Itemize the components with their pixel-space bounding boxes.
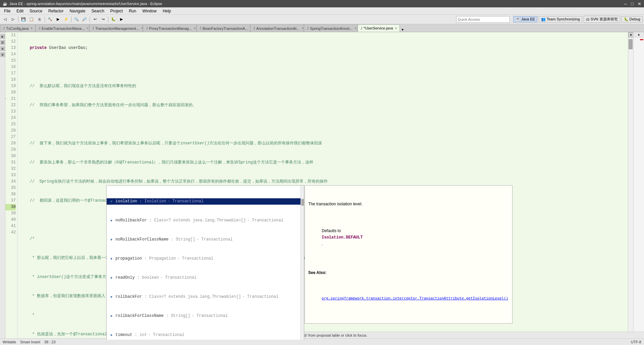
ac-icon-norollbackfor: ◆ — [109, 218, 114, 223]
scroll-thumb[interactable] — [629, 39, 633, 49]
perspective-team[interactable]: 👥 Team Synchronizing — [539, 16, 582, 22]
sidebar-icon-2[interactable]: ☰ — [0, 40, 5, 45]
maximize-button[interactable]: □ — [631, 1, 634, 6]
ac-item-propagation[interactable]: ◆ propagation : Propagation - Transactio… — [107, 256, 304, 262]
menu-run[interactable]: Run — [126, 8, 139, 14]
toolbar-btn-run2[interactable]: ▶ — [118, 16, 125, 23]
toolbar-btn-5[interactable]: 🔨 — [46, 16, 54, 23]
tab-close-annotation[interactable]: × — [302, 26, 304, 30]
ac-context-norollbackfor: - Transactional — [247, 217, 283, 224]
perspective-svn[interactable]: 🗂 SVN 资源库研究 — [584, 16, 620, 23]
ac-item-norollbackforclassname[interactable]: ◆ noRollbackForClassName : String[] - Tr… — [107, 236, 304, 243]
toolbar-btn-12[interactable]: 🐛 — [110, 16, 117, 23]
code-line-16: // 接下来，我们就为这个方法添加上事务，我们希望添加上事务以后呢，只要这个in… — [20, 140, 628, 147]
perspective-javaee[interactable]: ☕ Java EE — [513, 16, 537, 22]
ac-scrollbar[interactable] — [301, 186, 304, 340]
editor-scrollbar[interactable]: ▲ ▼ — [628, 32, 633, 340]
ac-item-timeout[interactable]: ◆ timeout : int - Transactional — [107, 332, 304, 338]
tab-enabletransaction[interactable]: J EnableTransactionMana... × — [36, 24, 89, 32]
autocomplete-dropdown[interactable]: ◆ isolation : Isolation - Transactional … — [106, 185, 304, 340]
toolbar-sep-1 — [18, 16, 18, 22]
tooltip-code1: Isolation.DEFAULT — [322, 235, 363, 240]
toolbar-btn-6[interactable]: ▶ — [54, 16, 62, 23]
tooltip-title: The transaction isolation level. — [308, 201, 509, 207]
line-num-11: 11 — [5, 32, 16, 39]
ac-item-isolation[interactable]: ◆ isolation : Isolation - Transactional — [107, 198, 304, 205]
ac-icon-rollbackforclassname: ◆ — [109, 314, 114, 319]
scroll-track[interactable] — [628, 38, 633, 334]
sidebar-icon-3[interactable]: ◈ — [0, 46, 5, 51]
ac-item-rollbackforclassname[interactable]: ◆ rollbackForClassName : String[] - Tran… — [107, 313, 304, 319]
menu-project[interactable]: Project — [108, 8, 125, 14]
scroll-up-btn[interactable]: ▲ — [628, 32, 633, 38]
ac-scrollbar-thumb[interactable] — [301, 199, 304, 206]
menu-file[interactable]: File — [1, 8, 13, 14]
code-editor[interactable]: 11 12 13 14 15 16 17 18 19 20 -21 22 23 … — [5, 32, 633, 340]
toolbar-btn-save[interactable]: 💾 — [20, 16, 27, 23]
toolbar-btn-7[interactable]: ⚡ — [62, 16, 70, 23]
tab-springtransaction[interactable]: J SpringTransactionAnnot... × — [304, 24, 358, 32]
code-line-17: // 要添加上事务，那么一个非常熟悉的注解（叫@Transactional），我… — [20, 159, 628, 166]
title-bar-controls[interactable]: ─ □ ✕ — [624, 1, 641, 6]
code-line-18: // Spring在执行这个方法的时候，就会自动地进行事务控制，如果说，整个方法… — [20, 179, 628, 185]
tab-close-springtransaction[interactable]: × — [355, 26, 357, 30]
ac-icon-isolation: ◆ — [109, 199, 114, 204]
toolbar-btn-9[interactable]: 🔎 — [81, 16, 88, 23]
fold-marker-21[interactable]: - — [5, 96, 7, 102]
toolbar-btn-8[interactable]: 🔍 — [73, 16, 80, 23]
menu-refactor[interactable]: Refactor — [46, 8, 66, 14]
tab-label-springtransaction: SpringTransactionAnnot... — [310, 26, 353, 30]
line-num-31: 31 — [5, 159, 16, 166]
quick-access[interactable] — [456, 16, 510, 23]
status-encoding: UTF-8 — [631, 340, 641, 344]
sidebar-icon-4[interactable]: ⊞ — [0, 52, 5, 57]
ac-item-norollbackfor[interactable]: ◆ noRollbackFor : Class<? extends java.l… — [107, 217, 304, 224]
close-button[interactable]: ✕ — [638, 1, 641, 6]
tab-txconfig[interactable]: J TxConfig.java × — [0, 24, 36, 32]
perspective-debug[interactable]: 🐛 Debug — [622, 16, 643, 22]
toolbar-btn-2[interactable]: ▷ — [9, 16, 17, 23]
menu-help[interactable]: Help — [160, 8, 174, 14]
line-num-36: 36 — [5, 191, 16, 198]
menu-search[interactable]: Search — [89, 8, 107, 14]
quick-access-input[interactable] — [456, 16, 510, 23]
toolbar-btn-4[interactable]: ⎘ — [36, 16, 43, 23]
tab-annotation[interactable]: J AnnotationTransactionAt... × — [250, 24, 304, 32]
ac-context-propagation: - Transactional — [177, 256, 213, 262]
toolbar-btn-11[interactable]: ↪ — [99, 16, 107, 23]
line-num-19: 19 — [5, 83, 16, 89]
toolbar: ◁ ▷ 💾 📋 ⎘ 🔨 ▶ ⚡ 🔍 🔎 ↩ ↪ 🐛 ▶ ☕ Java EE 👥 … — [0, 15, 644, 24]
app-icon: ☕ — [3, 2, 7, 6]
tab-close-proxytransaction[interactable]: × — [194, 26, 196, 30]
tab-close-enabletransaction[interactable]: × — [87, 26, 89, 30]
tab-userservice[interactable]: J *UserService.java × — [358, 24, 400, 32]
tab-overflow-btn[interactable]: ▼ — [400, 28, 405, 32]
ac-item-readonly[interactable]: ◆ readOnly : boolean - Transactional — [107, 275, 304, 281]
main-layout: ▶ ☰ ◈ ⊞ 11 12 13 14 15 16 17 18 19 20 -2… — [0, 32, 644, 345]
tooltip-link[interactable]: org.springframework.transaction.intercep… — [322, 296, 508, 300]
ac-item-rollbackfor[interactable]: ◆ rollbackFor : Class<? extends java.lan… — [107, 294, 304, 300]
code-content[interactable]: private UserDao userDao; // 那么默认呢，我们现在这个… — [17, 32, 628, 340]
toolbar-btn-3[interactable]: 📋 — [28, 16, 35, 23]
menu-edit[interactable]: Edit — [14, 8, 26, 14]
toolbar-btn-10[interactable]: ↩ — [91, 16, 99, 23]
menu-source[interactable]: Source — [27, 8, 45, 14]
tab-icon-transactionmanagement: J — [92, 26, 94, 30]
tab-proxytransaction[interactable]: J ProxyTransactionManag... × — [143, 24, 197, 32]
tab-beanfactory[interactable]: J BeanFactoryTransactionA... × — [197, 24, 250, 32]
ac-name-isolation: isolation : Isolation — [115, 198, 166, 205]
tab-close-txconfig[interactable]: × — [31, 26, 33, 30]
ac-name-rollbackforclassname: rollbackForClassName : String[] — [115, 313, 190, 319]
menu-navigate[interactable]: Navigate — [67, 8, 88, 14]
line-num-27: 27 — [5, 134, 16, 140]
sidebar-icon-1[interactable]: ▶ — [0, 34, 5, 39]
tab-close-userservice[interactable]: × — [395, 26, 397, 30]
minimize-button[interactable]: ─ — [624, 1, 627, 6]
ac-context-readonly: - Transactional — [160, 275, 197, 281]
menu-window[interactable]: Window — [140, 8, 159, 14]
line-num-29: 29 — [5, 147, 16, 153]
tab-icon-proxytransaction: J — [146, 26, 148, 30]
tab-transactionmanagement[interactable]: J TransactionManagement... × — [89, 24, 143, 32]
toolbar-sep-3 — [71, 16, 71, 22]
toolbar-btn-1[interactable]: ◁ — [1, 16, 9, 23]
